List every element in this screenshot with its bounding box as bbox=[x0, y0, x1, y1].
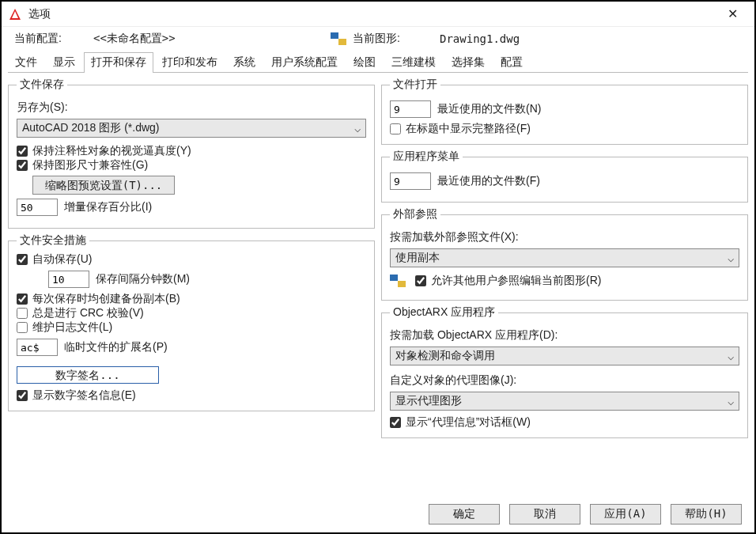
proxy-image-value: 显示代理图形 bbox=[395, 394, 462, 408]
cb-size-compat[interactable]: 保持图形尺寸兼容性(G) bbox=[17, 158, 366, 172]
close-button[interactable]: ✕ bbox=[716, 2, 748, 27]
profile-value: <<未命名配置>> bbox=[93, 32, 331, 46]
drawing-label: 当前图形: bbox=[353, 32, 440, 46]
recent-files-n-label: 最近使用的文件数(N) bbox=[437, 102, 541, 116]
cb-allow-refedit[interactable]: 允许其他用户参照编辑当前图形(R) bbox=[415, 274, 601, 288]
cb-logfile[interactable]: 维护日志文件(L) bbox=[17, 320, 366, 335]
tmpext-input[interactable] bbox=[17, 339, 58, 356]
group-file-save: 文件保存 另存为(S): AutoCAD 2018 图形 (*.dwg) ⌵ 保… bbox=[8, 78, 375, 229]
footer: 确定 取消 应用(A) 帮助(H) bbox=[429, 504, 742, 525]
group-file-open: 文件打开 最近使用的文件数(N) 在标题中显示完整路径(F) bbox=[381, 78, 748, 145]
tab-file[interactable]: 文件 bbox=[8, 52, 44, 72]
content: 文件保存 另存为(S): AutoCAD 2018 图形 (*.dwg) ⌵ 保… bbox=[2, 73, 754, 438]
svg-rect-3 bbox=[398, 281, 406, 287]
drawing-icon bbox=[331, 32, 346, 45]
right-column: 文件打开 最近使用的文件数(N) 在标题中显示完整路径(F) 应用程序菜单 最近… bbox=[381, 78, 748, 438]
saveas-value: AutoCAD 2018 图形 (*.dwg) bbox=[22, 121, 160, 135]
cb-allow-refedit-input[interactable] bbox=[415, 275, 426, 286]
xref-load-select[interactable]: 使用副本 ⌵ bbox=[390, 248, 739, 267]
group-xref: 外部参照 按需加载外部参照文件(X): 使用副本 ⌵ 允许其他用户参照编辑当前图… bbox=[381, 207, 748, 301]
proxy-image-label: 自定义对象的代理图像(J): bbox=[390, 373, 516, 388]
chevron-down-icon: ⌵ bbox=[728, 252, 734, 264]
thumbnail-settings-button[interactable]: 缩略图预览设置(T)... bbox=[32, 176, 175, 195]
saveas-select[interactable]: AutoCAD 2018 图形 (*.dwg) ⌵ bbox=[17, 119, 366, 138]
app-icon bbox=[8, 7, 22, 21]
legend-file-save: 文件保存 bbox=[17, 78, 67, 92]
cb-crc[interactable]: 总是进行 CRC 校验(V) bbox=[17, 306, 366, 320]
cb-visual-fidelity[interactable]: 保持注释性对象的视觉逼真度(Y) bbox=[17, 144, 366, 158]
tab-drafting[interactable]: 绘图 bbox=[346, 52, 383, 72]
arx-load-select[interactable]: 对象检测和命令调用 ⌵ bbox=[390, 347, 739, 365]
help-button[interactable]: 帮助(H) bbox=[671, 504, 742, 525]
digital-signature-button[interactable]: 数字签名... bbox=[17, 366, 159, 384]
chevron-down-icon: ⌵ bbox=[354, 122, 361, 134]
profile-label: 当前配置: bbox=[14, 32, 93, 46]
apply-button[interactable]: 应用(A) bbox=[590, 504, 661, 525]
chevron-down-icon: ⌵ bbox=[728, 395, 734, 407]
saveas-label: 另存为(S): bbox=[17, 100, 68, 115]
cb-backup[interactable]: 每次保存时均创建备份副本(B) bbox=[17, 292, 366, 306]
tmpext-label: 临时文件的扩展名(P) bbox=[64, 340, 168, 354]
xref-load-value: 使用副本 bbox=[395, 251, 440, 265]
legend-app-menu: 应用程序菜单 bbox=[390, 150, 463, 164]
tab-system[interactable]: 系统 bbox=[226, 52, 263, 72]
tab-profiles[interactable]: 配置 bbox=[493, 52, 530, 72]
cb-backup-input[interactable] bbox=[17, 294, 28, 305]
tab-3d[interactable]: 三维建模 bbox=[384, 52, 443, 72]
recent-files-n-input[interactable] bbox=[390, 100, 431, 118]
legend-xref: 外部参照 bbox=[390, 207, 440, 222]
options-dialog: 选项 ✕ 当前配置: <<未命名配置>> 当前图形: Drawing1.dwg … bbox=[2, 2, 754, 532]
cb-proxy-dialog-input[interactable] bbox=[390, 417, 401, 428]
incremental-save-label: 增量保存百分比(I) bbox=[64, 200, 152, 214]
window-title: 选项 bbox=[28, 7, 51, 21]
tab-plot[interactable]: 打印和发布 bbox=[155, 52, 225, 72]
tab-selection[interactable]: 选择集 bbox=[444, 52, 492, 72]
legend-arx: ObjectARX 应用程序 bbox=[390, 305, 498, 320]
cb-logfile-input[interactable] bbox=[17, 322, 28, 333]
cb-sign-info[interactable]: 显示数字签名信息(E) bbox=[17, 388, 366, 403]
autosave-interval-label: 保存间隔分钟数(M) bbox=[96, 272, 190, 286]
cb-fullpath[interactable]: 在标题中显示完整路径(F) bbox=[390, 122, 739, 136]
cb-proxy-dialog[interactable]: 显示“代理信息”对话框(W) bbox=[390, 415, 739, 430]
tab-display[interactable]: 显示 bbox=[46, 52, 82, 72]
arx-load-value: 对象检测和命令调用 bbox=[395, 349, 495, 363]
svg-rect-0 bbox=[331, 32, 338, 39]
tabs: 文件 显示 打开和保存 打印和发布 系统 用户系统配置 绘图 三维建模 选择集 … bbox=[8, 52, 748, 73]
svg-rect-2 bbox=[390, 275, 398, 281]
recent-files-f-input[interactable] bbox=[390, 172, 431, 190]
drawing-icon bbox=[390, 275, 406, 287]
cb-sign-info-input[interactable] bbox=[17, 390, 28, 401]
group-arx: ObjectARX 应用程序 按需加载 ObjectARX 应用程序(D): 对… bbox=[381, 305, 748, 438]
recent-files-f-label: 最近使用的文件数(F) bbox=[437, 174, 540, 188]
cb-autosave[interactable]: 自动保存(U) bbox=[17, 252, 366, 267]
xref-load-label: 按需加载外部参照文件(X): bbox=[390, 230, 519, 244]
legend-file-safety: 文件安全措施 bbox=[17, 233, 89, 248]
legend-file-open: 文件打开 bbox=[390, 78, 440, 92]
arx-load-label: 按需加载 ObjectARX 应用程序(D): bbox=[390, 328, 558, 343]
cb-crc-input[interactable] bbox=[17, 308, 28, 319]
group-app-menu: 应用程序菜单 最近使用的文件数(F) bbox=[381, 150, 748, 203]
titlebar: 选项 ✕ bbox=[2, 2, 754, 27]
tab-open-save[interactable]: 打开和保存 bbox=[84, 52, 153, 72]
header-row: 当前配置: <<未命名配置>> 当前图形: Drawing1.dwg bbox=[2, 27, 754, 52]
proxy-image-select[interactable]: 显示代理图形 ⌵ bbox=[390, 392, 739, 411]
ok-button[interactable]: 确定 bbox=[429, 504, 500, 525]
tab-user[interactable]: 用户系统配置 bbox=[264, 52, 345, 72]
group-file-safety: 文件安全措施 自动保存(U) 保存间隔分钟数(M) 每次保存时均创建备份副本(B… bbox=[8, 233, 375, 411]
cb-fullpath-input[interactable] bbox=[390, 123, 401, 134]
svg-rect-1 bbox=[338, 39, 346, 45]
drawing-value: Drawing1.dwg bbox=[440, 32, 520, 45]
autosave-interval-input[interactable] bbox=[48, 271, 89, 288]
incremental-save-input[interactable] bbox=[17, 199, 58, 216]
chevron-down-icon: ⌵ bbox=[728, 350, 734, 362]
cb-size-compat-input[interactable] bbox=[17, 160, 28, 171]
cb-autosave-input[interactable] bbox=[17, 254, 28, 265]
cancel-button[interactable]: 取消 bbox=[509, 504, 580, 525]
left-column: 文件保存 另存为(S): AutoCAD 2018 图形 (*.dwg) ⌵ 保… bbox=[8, 78, 375, 438]
cb-visual-fidelity-input[interactable] bbox=[17, 146, 28, 157]
